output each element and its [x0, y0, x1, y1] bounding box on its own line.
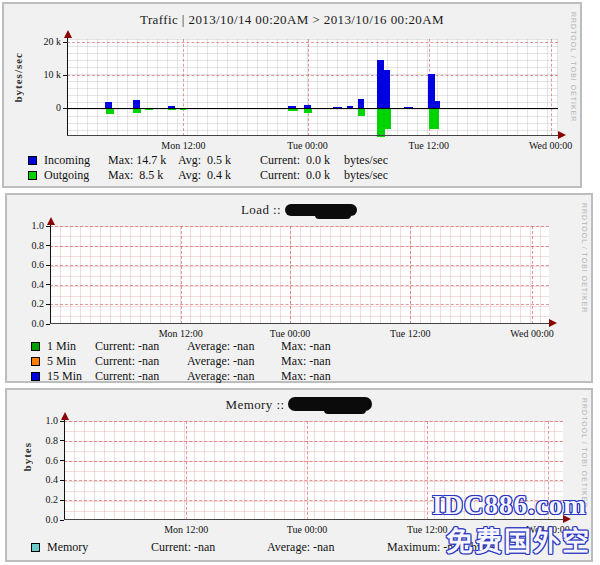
y-grid-major [50, 246, 549, 247]
traffic-y-axis-label: bytes/sec [12, 52, 24, 103]
legend-text: Average: -nan [187, 339, 281, 354]
traffic-graph-panel: Traffic | 2013/10/14 00:20AM > 2013/10/1… [2, 2, 582, 188]
y-axis-arrow-icon [61, 408, 69, 420]
load-legend: 1 MinCurrent: -nanAverage: -nanMax: -nan… [31, 339, 581, 384]
legend-row: IncomingMax: 14.7 kAvg: 0.5 kCurrent: 0.… [28, 153, 570, 168]
y-tick-label: 20 k [25, 36, 61, 47]
y-grid-major [50, 226, 549, 227]
redacted-hostname-blob [288, 397, 372, 411]
y-tick-label: 0.6 [22, 455, 58, 466]
y-grid-major [64, 480, 563, 481]
bar-outgoing [304, 109, 312, 113]
bar-incoming [404, 107, 413, 108]
legend-text: Current: 0.0 k [260, 168, 344, 183]
x-tick-label: Tue 00:00 [262, 328, 318, 339]
rrdtool-signature: RRDTOOL / TOBI OETIKER [570, 12, 577, 122]
x-tick-label: Wed 00:00 [504, 328, 560, 339]
legend-row: 1 MinCurrent: -nanAverage: -nanMax: -nan [31, 339, 581, 354]
x-grid-major [410, 226, 411, 324]
x-tick-label: Tue 00:00 [280, 140, 336, 151]
traffic-graph-title: Traffic | 2013/10/14 00:20AM > 2013/10/1… [4, 12, 580, 28]
y-tick-label: 1.0 [8, 220, 44, 231]
x-grid-major [532, 226, 533, 324]
bar-incoming [333, 107, 343, 108]
x-tick-label: Mon 12:00 [155, 140, 211, 151]
bar-incoming [435, 101, 440, 108]
legend-text: Incoming [44, 153, 108, 168]
bar-incoming [377, 60, 384, 108]
load-plot-area [50, 226, 549, 324]
y-tick-label: 0.2 [8, 298, 44, 309]
x-grid-major [427, 421, 428, 520]
y-tick-label: 10 k [25, 69, 61, 80]
y-tick-label: 0 [25, 102, 61, 113]
x-grid-major [308, 39, 309, 136]
y-grid-major [67, 42, 558, 43]
legend-swatch [28, 156, 37, 165]
y-axis-arrow-icon [47, 213, 55, 225]
bar-incoming [288, 106, 296, 108]
memory-title-text: Memory :: [226, 397, 285, 412]
legend-text: Max: -nan [281, 369, 331, 384]
legend-text: Current: -nan [95, 354, 187, 369]
legend-swatch [31, 357, 40, 366]
x-tick-label: Mon 12:00 [158, 524, 214, 535]
legend-row: OutgoingMax: 8.5 kAvg: 0.4 kCurrent: 0.0… [28, 168, 570, 183]
bar-incoming [428, 74, 435, 109]
x-tick-label: Wed 00:00 [523, 140, 579, 151]
legend-row: 15 MinCurrent: -nanAverage: -nanMax: -na… [31, 369, 581, 384]
y-tick-label: 0.2 [22, 494, 58, 505]
y-grid-major [67, 75, 558, 76]
x-tick-label: Mon 12:00 [153, 328, 209, 339]
legend-swatch [31, 372, 40, 381]
y-tick-label: 0.0 [8, 318, 44, 329]
bar-incoming [358, 99, 364, 108]
legend-text: Current: -nan [151, 540, 267, 555]
x-grid-major [307, 421, 308, 520]
x-tick-label: Tue 12:00 [401, 140, 457, 151]
x-tick-label: Tue 00:00 [279, 524, 335, 535]
y-axis [67, 34, 68, 136]
traffic-legend: IncomingMax: 14.7 kAvg: 0.5 kCurrent: 0.… [28, 153, 570, 183]
y-grid-major [64, 461, 563, 462]
rrdtool-signature: RRDTOOL / TOBI OETIKER [581, 203, 588, 313]
x-grid-major [186, 421, 187, 520]
idc886-watermark: IDC886.com [432, 490, 587, 521]
x-tick-label: Tue 12:00 [382, 328, 438, 339]
legend-swatch [31, 543, 40, 552]
x-axis-arrow-icon [558, 131, 570, 139]
legend-text: bytes/sec [344, 153, 388, 168]
y-axis-arrow-icon [64, 26, 72, 38]
legend-text: Average: -nan [187, 354, 281, 369]
bar-outgoing [145, 109, 153, 110]
y-grid-major [50, 304, 549, 305]
y-tick-label: 0.4 [8, 279, 44, 290]
legend-text: Current: 0.0 k [260, 153, 344, 168]
legend-text: 5 Min [47, 354, 95, 369]
bar-incoming [105, 102, 112, 108]
load-title-text: Load :: [241, 202, 281, 217]
legend-text: Max: -nan [281, 354, 331, 369]
bar-outgoing [168, 109, 176, 110]
bar-outgoing [358, 109, 365, 116]
legend-text: Avg: 0.4 k [178, 168, 260, 183]
bar-incoming [133, 100, 140, 108]
x-grid-major [183, 39, 184, 136]
y-tick-label: 0.6 [8, 259, 44, 270]
bar-outgoing [377, 109, 385, 137]
redacted-hostname-blob [285, 204, 357, 216]
legend-text: Current: -nan [95, 339, 187, 354]
bar-outgoing [180, 109, 186, 110]
traffic-plot-area [67, 39, 558, 136]
y-tick-label: 0.8 [8, 240, 44, 251]
y-grid-major [64, 441, 563, 442]
y-tick-label: 1.0 [22, 415, 58, 426]
chinese-slogan-watermark: 免费国外空间 [446, 520, 600, 565]
bar-incoming [347, 106, 352, 108]
y-axis [64, 416, 65, 520]
y-grid-major [64, 421, 563, 422]
bar-incoming [384, 70, 390, 108]
y-tick-label: 0.8 [22, 435, 58, 446]
legend-text: Outgoing [44, 168, 108, 183]
legend-text: Average: -nan [187, 369, 281, 384]
